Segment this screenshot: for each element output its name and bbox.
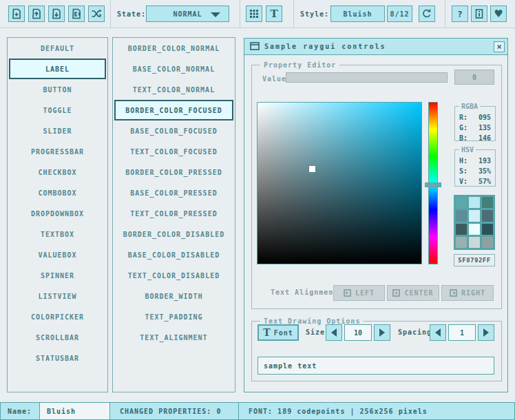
control-item-checkbox[interactable]: CHECKBOX — [8, 162, 107, 182]
toolbar-divider — [110, 0, 111, 28]
sample-text-input[interactable]: sample text — [258, 357, 494, 375]
spacing-value-box[interactable]: 1 — [448, 324, 476, 341]
property-item-base_color_normal[interactable]: BASE_COLOR_NORMAL — [113, 59, 235, 79]
palette-color-7[interactable] — [469, 224, 480, 235]
property-item-text_color_disabled[interactable]: TEXT_COLOR_DISABLED — [113, 265, 235, 286]
palette-color-10[interactable] — [469, 237, 480, 248]
control-item-spinner[interactable]: SPINNER — [8, 265, 107, 286]
property-item-base_color_focused[interactable]: BASE_COLOR_FOCUSED — [113, 120, 235, 141]
export-style-button[interactable] — [68, 6, 85, 22]
style-name-button[interactable]: Bluish — [330, 6, 385, 22]
reload-icon — [421, 8, 432, 19]
text-icon: T — [270, 8, 277, 20]
property-item-border_color_pressed[interactable]: BORDER_COLOR_PRESSED — [113, 162, 235, 182]
align-left-button[interactable]: LEFT — [333, 285, 385, 301]
control-item-label[interactable]: LABEL — [9, 59, 106, 79]
hue-handle[interactable] — [425, 182, 441, 187]
spacing-increase-button[interactable] — [478, 324, 494, 341]
property-item-border_color_disabled[interactable]: BORDER_COLOR_DISABLED — [113, 224, 235, 244]
font-button-label: Font — [274, 329, 293, 337]
control-item-slider[interactable]: SLIDER — [8, 120, 107, 141]
property-item-text_color_focused[interactable]: TEXT_COLOR_FOCUSED — [113, 141, 235, 162]
window-close-button[interactable]: × — [494, 41, 505, 52]
property-item-base_color_disabled[interactable]: BASE_COLOR_DISABLED — [113, 244, 235, 265]
color-picker-cursor[interactable] — [309, 166, 315, 172]
toolbar-divider — [293, 0, 294, 28]
hsv-title: HSV — [459, 146, 476, 154]
hue-value: 193 — [479, 157, 491, 165]
save-style-button[interactable] — [48, 6, 65, 22]
status-name-value[interactable]: Bluish — [39, 402, 110, 420]
property-item-border_color_normal[interactable]: BORDER_COLOR_NORMAL — [113, 38, 235, 59]
toolbar-divider — [445, 0, 445, 28]
palette-color-11[interactable] — [482, 237, 493, 248]
size-value-box[interactable]: 10 — [344, 324, 372, 341]
load-style-button[interactable] — [28, 6, 45, 22]
control-item-colorpicker[interactable]: COLORPICKER — [8, 306, 107, 327]
control-item-statusbar[interactable]: STATUSBAR — [8, 348, 107, 368]
status-name-label: Name: — [0, 402, 40, 420]
control-item-progressbar[interactable]: PROGRESSBAR — [8, 141, 107, 162]
value-box[interactable]: 0 — [454, 70, 494, 85]
palette-color-0[interactable] — [456, 197, 467, 208]
rgba-group: RGBA R:095 G:135 B:146 — [454, 106, 496, 141]
value-slider[interactable] — [286, 72, 448, 83]
control-item-valuebox[interactable]: VALUEBOX — [8, 244, 107, 265]
palette-color-9[interactable] — [456, 237, 467, 248]
palette-color-5[interactable] — [482, 210, 493, 221]
size-increase-button[interactable] — [374, 324, 390, 341]
random-style-button[interactable] — [88, 6, 105, 22]
property-item-text_padding[interactable]: TEXT_PADDING — [113, 306, 235, 327]
spacing-decrease-button[interactable] — [430, 324, 446, 341]
help-button[interactable]: ? — [452, 6, 468, 22]
help-icon: ? — [457, 9, 463, 19]
style-count-button[interactable]: 8/12 — [387, 6, 412, 22]
style-table-button[interactable] — [246, 6, 262, 22]
window-title: Sample raygui controls — [264, 43, 386, 50]
align-right-button[interactable]: RIGHT — [441, 285, 494, 301]
align-center-button[interactable]: CENTER — [387, 285, 439, 301]
control-item-listview[interactable]: LISTVIEW — [8, 286, 107, 306]
control-item-scrollbar[interactable]: SCROLLBAR — [8, 327, 107, 348]
control-item-dropdownbox[interactable]: DROPDOWNBOX — [8, 203, 107, 224]
rgba-green-row: G:135 — [455, 123, 495, 133]
state-label: State: — [117, 10, 146, 18]
property-item-border_color_focused[interactable]: BORDER_COLOR_FOCUSED — [114, 100, 233, 120]
color-picker-panel[interactable] — [257, 102, 422, 264]
control-item-button[interactable]: BUTTON — [8, 79, 107, 100]
control-item-toggle[interactable]: TOGGLE — [8, 100, 107, 120]
control-item-textbox[interactable]: TEXTBOX — [8, 224, 107, 244]
size-decrease-button[interactable] — [326, 324, 342, 341]
hsv-group: HSV H:193 S:35% V:57% — [454, 149, 496, 187]
about-button[interactable] — [471, 6, 487, 22]
heart-icon: ♥ — [494, 9, 503, 19]
property-item-text_color_pressed[interactable]: TEXT_COLOR_PRESSED — [113, 203, 235, 224]
window-titlebar[interactable]: Sample raygui controls × — [244, 39, 507, 55]
font-button[interactable]: T Font — [258, 324, 299, 341]
control-item-default[interactable]: DEFAULT — [8, 38, 107, 59]
sponsor-button[interactable]: ♥ — [490, 6, 507, 22]
reload-style-button[interactable] — [419, 6, 435, 22]
palette-color-1[interactable] — [469, 197, 480, 208]
rgba-title: RGBA — [459, 103, 480, 110]
palette-color-8[interactable] — [482, 224, 493, 235]
property-item-text_alignment[interactable]: TEXT_ALIGNMENT — [113, 327, 235, 348]
shuffle-icon — [91, 8, 102, 19]
property-item-text_color_normal[interactable]: TEXT_COLOR_NORMAL — [113, 79, 235, 100]
palette-color-4[interactable] — [469, 210, 480, 221]
palette-color-6[interactable] — [456, 224, 467, 235]
property-item-base_color_pressed[interactable]: BASE_COLOR_PRESSED — [113, 182, 235, 203]
hex-value: 5F8792FF — [458, 257, 490, 264]
control-item-combobox[interactable]: COMBOBOX — [8, 182, 107, 203]
new-style-button[interactable] — [8, 6, 25, 22]
red-value: 095 — [479, 114, 491, 121]
state-dropdown[interactable]: NORMAL — [146, 6, 229, 22]
palette-color-2[interactable] — [482, 197, 493, 208]
rgba-blue-row: B:146 — [455, 133, 495, 143]
status-font-info: FONT: 189 codepoints | 256x256 pixels — [238, 402, 515, 420]
property-item-border_width[interactable]: BORDER_WIDTH — [113, 286, 235, 306]
font-atlas-button[interactable]: T — [266, 6, 282, 22]
hex-value-box[interactable]: 5F8792FF — [454, 254, 495, 266]
value-value: 57% — [479, 178, 491, 185]
palette-color-3[interactable] — [456, 210, 467, 221]
